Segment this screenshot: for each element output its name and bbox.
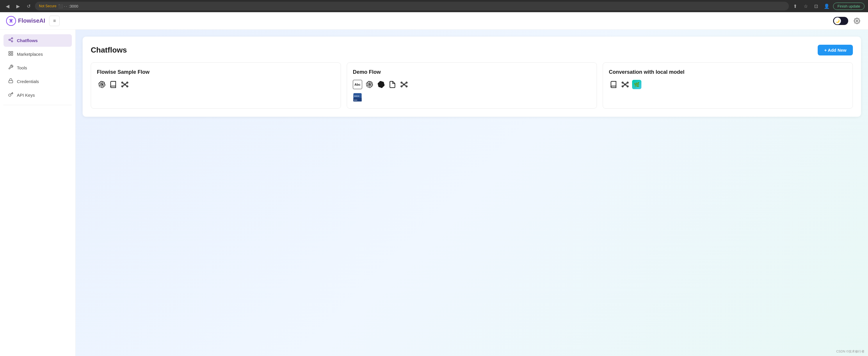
toggle-thumb: 🌙 bbox=[834, 17, 841, 24]
scatter-svg-2 bbox=[400, 81, 408, 88]
hamburger-button[interactable]: ≡ bbox=[49, 16, 60, 26]
bookmark-button[interactable]: ☆ bbox=[802, 2, 810, 10]
settings-button[interactable] bbox=[852, 16, 862, 26]
gear-icon bbox=[854, 18, 860, 24]
lock-icon bbox=[8, 78, 13, 83]
docx-icon: DOCX ■ ■ ■ bbox=[353, 93, 362, 102]
sidebar-item-api-keys[interactable]: API Keys bbox=[3, 89, 72, 101]
sidebar-api-keys-label: API Keys bbox=[17, 93, 35, 98]
flow-card-title-3: Conversation with local model bbox=[609, 69, 847, 75]
grid-icon bbox=[8, 51, 13, 56]
flow-card-title-2: Demo Flow bbox=[353, 69, 591, 75]
logo-flowise: FlowiseAI bbox=[18, 17, 45, 24]
svg-line-21 bbox=[125, 85, 127, 86]
svg-point-17 bbox=[127, 86, 128, 87]
bottom-attribution: CSDN ©技术修行者 bbox=[836, 349, 865, 354]
svg-point-4 bbox=[9, 39, 10, 41]
flow-card-title-1: Flowise Sample Flow bbox=[97, 69, 335, 75]
sidebar-item-marketplaces[interactable]: Marketplaces bbox=[3, 48, 72, 60]
header-right: 🌙 bbox=[833, 16, 862, 26]
svg-point-23 bbox=[401, 82, 402, 83]
key-icon bbox=[8, 92, 13, 97]
profile-button[interactable]: 👤 bbox=[823, 2, 831, 10]
dark-mode-toggle[interactable]: 🌙 bbox=[833, 17, 848, 25]
svg-point-38 bbox=[627, 82, 628, 83]
finish-update-button[interactable]: Finish update bbox=[833, 3, 865, 10]
svg-line-29 bbox=[402, 85, 403, 86]
browser-chrome: ◀ ▶ ↺ Not Secure ⬛ · · :3000 ⬆ ☆ ⊡ 👤 Fin… bbox=[0, 0, 868, 12]
content-header: Chatflows + Add New bbox=[91, 45, 853, 56]
svg-point-24 bbox=[406, 82, 407, 83]
svg-point-15 bbox=[127, 82, 128, 83]
svg-rect-12 bbox=[9, 80, 13, 83]
address-text: ⬛ · · bbox=[58, 4, 67, 8]
svg-rect-10 bbox=[9, 54, 10, 56]
sidebar-credentials-label: Credentials bbox=[17, 79, 39, 84]
openai-icon-2 bbox=[365, 80, 374, 89]
svg-rect-11 bbox=[11, 54, 13, 56]
svg-line-43 bbox=[623, 85, 624, 86]
svg-line-42 bbox=[626, 83, 627, 84]
address-url: :3000 bbox=[69, 4, 78, 8]
svg-line-30 bbox=[405, 85, 406, 86]
svg-text:■ ■ ■: ■ ■ ■ bbox=[354, 99, 357, 101]
svg-point-14 bbox=[122, 82, 123, 83]
svg-line-7 bbox=[10, 39, 11, 39]
reload-button[interactable]: ↺ bbox=[25, 2, 33, 10]
browser-actions: ⬆ ☆ ⊡ 👤 Finish update bbox=[791, 2, 865, 10]
green-bot-svg: 🌿 bbox=[632, 80, 642, 89]
green-bot-icon: 🌿 bbox=[632, 80, 642, 89]
openai-icon-1 bbox=[97, 80, 106, 89]
moon-icon: 🌙 bbox=[835, 19, 840, 23]
flow-card-icons-2: Abc bbox=[353, 80, 591, 102]
flow-card-conversation-local[interactable]: Conversation with local model bbox=[603, 63, 853, 109]
svg-line-20 bbox=[123, 85, 124, 86]
sidebar-marketplaces-label: Marketplaces bbox=[17, 52, 43, 57]
flow-card-demo-flow[interactable]: Demo Flow Abc bbox=[347, 63, 597, 109]
sidebar-tools-label: Tools bbox=[17, 65, 27, 70]
sidebar-chatflows-label: Chatflows bbox=[17, 38, 38, 43]
app-wrapper: FlowiseAI ≡ 🌙 bbox=[0, 12, 868, 356]
book-svg-3 bbox=[610, 81, 617, 88]
openai-svg-3 bbox=[377, 81, 384, 88]
chatflows-icon bbox=[7, 37, 14, 44]
page-title: Chatflows bbox=[91, 45, 127, 55]
flow-card-icons-3: 🌿 bbox=[609, 80, 847, 89]
svg-line-18 bbox=[123, 83, 124, 84]
scatter-icon-2 bbox=[399, 80, 409, 89]
forward-button[interactable]: ▶ bbox=[14, 2, 22, 10]
sidebar-item-chatflows[interactable]: Chatflows bbox=[3, 34, 72, 47]
app-header: FlowiseAI ≡ 🌙 bbox=[0, 12, 868, 30]
flow-cards-grid: Flowise Sample Flow bbox=[91, 63, 853, 109]
logo-text: FlowiseAI bbox=[18, 17, 45, 24]
credentials-icon bbox=[7, 78, 14, 85]
flow-card-flowise-sample[interactable]: Flowise Sample Flow bbox=[91, 63, 341, 109]
add-new-button[interactable]: + Add New bbox=[818, 45, 853, 56]
svg-rect-9 bbox=[11, 51, 13, 53]
flow-card-icons-1 bbox=[97, 80, 335, 89]
sidebar-item-tools[interactable]: Tools bbox=[3, 62, 72, 74]
main-content: Chatflows Marketplaces bbox=[0, 30, 868, 356]
flow-card-icons-row2: DOCX ■ ■ ■ bbox=[353, 93, 591, 102]
svg-point-1 bbox=[10, 20, 12, 22]
scatter-icon-3 bbox=[620, 80, 630, 89]
svg-point-2 bbox=[856, 20, 858, 22]
sidebar: Chatflows Marketplaces bbox=[0, 30, 75, 356]
header-left: FlowiseAI ≡ bbox=[6, 16, 60, 26]
address-bar[interactable]: Not Secure ⬛ · · :3000 bbox=[35, 2, 789, 10]
book-icon-3 bbox=[609, 80, 618, 89]
wrench-icon bbox=[8, 65, 13, 70]
svg-point-16 bbox=[122, 86, 123, 87]
svg-point-22 bbox=[403, 84, 405, 85]
svg-point-13 bbox=[124, 84, 125, 85]
svg-point-26 bbox=[406, 86, 407, 87]
split-view-button[interactable]: ⊡ bbox=[812, 2, 820, 10]
scatter-icon-1 bbox=[120, 80, 129, 89]
share-icon bbox=[8, 37, 13, 42]
svg-line-41 bbox=[623, 83, 624, 84]
upload-icon-btn[interactable]: ⬆ bbox=[791, 2, 799, 10]
sidebar-item-credentials[interactable]: Credentials bbox=[3, 75, 72, 88]
svg-point-36 bbox=[624, 84, 626, 85]
back-button[interactable]: ◀ bbox=[3, 2, 12, 10]
file-icon bbox=[388, 80, 397, 89]
